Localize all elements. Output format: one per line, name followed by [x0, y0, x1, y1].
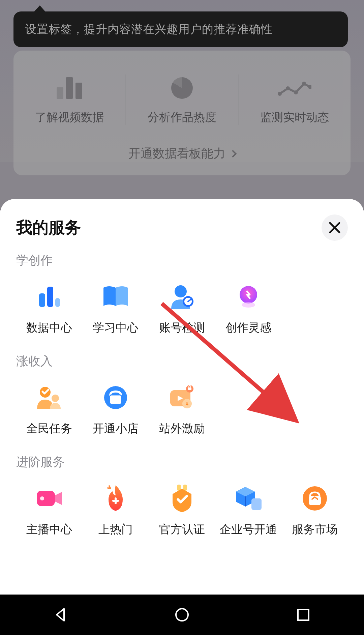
- section-label-advanced: 进阶服务: [16, 454, 348, 470]
- svg-rect-7: [55, 298, 60, 307]
- service-label: 服务市场: [292, 522, 338, 537]
- badge-icon: [167, 483, 197, 514]
- service-account-check[interactable]: 账号检测: [149, 276, 215, 342]
- svg-point-32: [176, 609, 188, 621]
- grid-income: 全民任务 开通小店 ¥ 站外激励: [16, 376, 348, 442]
- service-anchor-center[interactable]: 主播中心: [16, 477, 83, 543]
- service-open-shop[interactable]: 开通小店: [83, 376, 149, 442]
- service-label: 站外激励: [159, 421, 205, 436]
- nav-back-button[interactable]: [51, 605, 71, 625]
- svg-text:¥: ¥: [185, 401, 189, 407]
- close-button[interactable]: [322, 214, 348, 241]
- people-orange-icon: [34, 382, 64, 413]
- svg-rect-23: [188, 387, 191, 390]
- my-services-sheet: 我的服务 学创作 数据中心 学习中心 账号检测: [0, 199, 364, 595]
- service-label: 主播中心: [26, 522, 72, 537]
- service-official-cert[interactable]: 官方认证: [149, 477, 215, 543]
- cube-icon: [233, 483, 264, 514]
- bag-orange-icon: [300, 483, 330, 514]
- grid-advanced: 主播中心 上热门 官方认证 企业号开通 服务市场: [16, 477, 348, 543]
- grid-learn: 数据中心 学习中心 账号检测 创作灵感: [16, 276, 348, 342]
- nav-home-button[interactable]: [172, 605, 192, 625]
- close-icon: [329, 222, 341, 234]
- svg-rect-6: [47, 287, 53, 307]
- svg-rect-28: [251, 498, 262, 510]
- service-inspiration[interactable]: 创作灵感: [215, 276, 281, 342]
- service-study-center[interactable]: 学习中心: [83, 276, 149, 342]
- system-nav-bar: [0, 595, 364, 635]
- svg-rect-16: [110, 395, 122, 404]
- svg-point-14: [52, 395, 59, 402]
- svg-point-8: [175, 285, 187, 297]
- bar-blue-icon: [34, 282, 64, 312]
- sheet-title: 我的服务: [16, 217, 81, 238]
- service-label: 企业号开通: [220, 522, 277, 537]
- service-enterprise[interactable]: 企业号开通: [215, 477, 281, 543]
- service-off-site[interactable]: ¥ 站外激励: [149, 376, 215, 442]
- person-gauge-icon: [167, 282, 197, 312]
- shop-icon: [100, 382, 131, 413]
- nav-recent-button[interactable]: [293, 605, 313, 625]
- service-market[interactable]: 服务市场: [281, 477, 348, 543]
- svg-point-12: [242, 302, 255, 308]
- svg-rect-5: [39, 293, 45, 307]
- book-icon: [100, 282, 131, 312]
- service-all-task[interactable]: 全民任务: [16, 376, 83, 442]
- service-label: 账号检测: [159, 320, 205, 336]
- service-label: 开通小店: [93, 421, 139, 436]
- svg-rect-33: [298, 609, 309, 620]
- service-label: 学习中心: [93, 320, 139, 336]
- svg-rect-24: [37, 491, 55, 506]
- service-label: 上热门: [98, 522, 133, 537]
- service-go-hot[interactable]: 上热门: [83, 477, 149, 543]
- service-label: 全民任务: [26, 421, 72, 436]
- service-label: 数据中心: [26, 320, 72, 336]
- section-label-income: 涨收入: [16, 353, 348, 370]
- camera-pink-icon: [34, 483, 64, 514]
- lightbulb-icon: [233, 282, 264, 312]
- service-label: 官方认证: [159, 522, 205, 537]
- svg-point-25: [40, 496, 44, 500]
- section-label-learn: 学创作: [16, 252, 348, 269]
- service-data-center[interactable]: 数据中心: [16, 276, 83, 342]
- fire-icon: [100, 483, 131, 514]
- service-label: 创作灵感: [225, 320, 271, 336]
- lock-media-icon: ¥: [167, 382, 197, 413]
